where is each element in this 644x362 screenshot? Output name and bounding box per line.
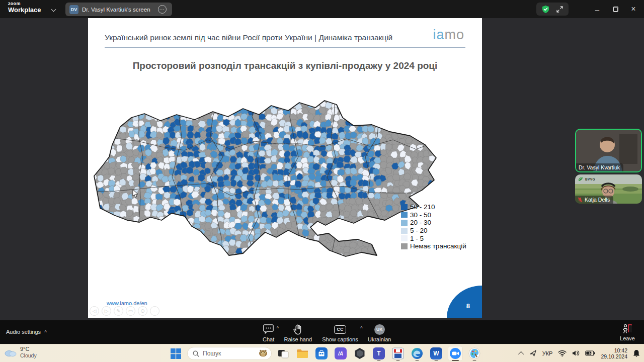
security-shield-icon[interactable] <box>541 5 550 14</box>
teams-button[interactable]: T <box>371 346 386 361</box>
mouse-cursor <box>132 189 139 199</box>
more-options-button[interactable]: ··· <box>150 306 159 316</box>
legend-item: Немає трансакцій <box>401 242 466 250</box>
notification-bell-icon[interactable] <box>633 349 640 357</box>
start-button[interactable] <box>168 346 183 361</box>
brand-zoom: zoom <box>8 2 41 6</box>
tab-more-icon[interactable]: ··· <box>158 5 167 14</box>
language-indicator[interactable]: УКР <box>542 350 553 356</box>
word-icon: W <box>430 347 442 359</box>
leave-meeting-button[interactable]: Leave <box>620 324 635 341</box>
toolbar-center: Chat ^ Raise hand CC Show captions ^ UK … <box>258 322 396 344</box>
pen-tool-button[interactable]: ✎ <box>114 306 123 316</box>
legend-swatch <box>401 212 408 218</box>
titlebar: zoom Workplace DV Dr. Vasyl Kvartiuk's s… <box>0 0 644 18</box>
tray-time: 10:42 <box>601 347 627 353</box>
taskbar-search-input[interactable]: Пошук <box>187 347 272 360</box>
zoom-app-button[interactable] <box>448 346 463 361</box>
legend-swatch <box>401 235 408 241</box>
weather-temp: 9°C <box>20 346 37 352</box>
iamo-logo: iamo <box>433 28 464 42</box>
legend-item: 30 - 50 <box>401 211 466 219</box>
participant-video-katja[interactable]: BVVG Katja Dells <box>575 174 642 204</box>
running-indicator <box>435 360 438 361</box>
page-number: 8 <box>466 302 470 310</box>
hexagon-app-icon <box>354 347 366 359</box>
participant-name-tag: Katja Dells <box>575 196 613 204</box>
windows-start-icon <box>171 348 181 359</box>
search-placeholder: Пошук <box>203 350 255 357</box>
tray-chevron-up-icon[interactable] <box>518 351 524 356</box>
active-running-indicator <box>452 360 459 361</box>
prev-slide-button[interactable]: ◁ <box>90 306 99 316</box>
close-button[interactable]: × <box>625 0 642 18</box>
show-captions-button[interactable]: CC Show captions <box>317 322 363 344</box>
floppy-disk-app-button[interactable] <box>390 346 406 361</box>
language-badge-icon: UK <box>374 324 385 335</box>
slide-header-title: Український ринок землі під час війни Ро… <box>105 33 392 42</box>
zoom-meeting-window: zoom Workplace DV Dr. Vasyl Kvartiuk's s… <box>0 0 644 362</box>
slide-sorter-button[interactable]: ▭ <box>126 306 135 316</box>
taskbar-center: Пошук <box>168 346 482 361</box>
file-explorer-button[interactable] <box>295 346 310 361</box>
security-pill <box>536 3 569 16</box>
edge-button[interactable] <box>410 346 425 361</box>
paint-button[interactable] <box>467 346 482 361</box>
participant-video-vasyl[interactable]: Dr. Vasyl Kvartiuk <box>575 129 642 172</box>
slide-title: Просторовий розподіл трансакцій з купівл… <box>88 60 482 71</box>
participant-name: Katja Dells <box>585 197 610 203</box>
legend-item: 20 - 30 <box>401 219 466 227</box>
edge-icon <box>411 347 423 359</box>
running-indicator <box>473 360 476 361</box>
legend-item: 1 - 5 <box>401 234 466 242</box>
zoom-tool-button[interactable]: ⊙ <box>138 306 147 316</box>
captions-icon: CC <box>334 325 346 334</box>
audio-settings-button[interactable]: Audio settings ^ <box>6 329 47 335</box>
legend-item: 50 - 210 <box>401 203 466 211</box>
floppy-disk-app-icon <box>392 347 404 359</box>
restore-button[interactable] <box>607 0 624 18</box>
search-icon <box>193 350 199 357</box>
paint-icon <box>468 347 480 359</box>
bvvg-leaf-icon <box>578 176 584 182</box>
presentation-nav-toolbar: ◁ ▷ ✎ ▭ ⊙ ··· <box>90 306 159 316</box>
adobe-app-icon: /A <box>335 347 347 359</box>
weather-widget[interactable]: 9°C Cloudy <box>4 346 37 358</box>
restore-icon <box>613 7 618 12</box>
map-legend: 50 - 210 30 - 50 20 - 30 5 - 20 1 - 5 Не… <box>401 203 466 250</box>
iamo-website-link[interactable]: www.iamo.de/en <box>107 300 147 306</box>
caption-language-button[interactable]: UK Ukrainian <box>363 322 396 344</box>
header-divider <box>105 47 465 48</box>
microsoft-store-button[interactable] <box>314 346 329 361</box>
cloud-icon <box>4 348 17 357</box>
shared-screen-tab[interactable]: DV Dr. Vasyl Kvartiuk's screen ··· <box>65 3 172 16</box>
leave-icon <box>622 324 633 334</box>
pointer-icon[interactable] <box>529 349 537 357</box>
teams-icon: T <box>373 347 385 359</box>
fullscreen-icon[interactable] <box>556 6 564 13</box>
bvvg-logo: BVVG <box>578 176 595 182</box>
volume-icon[interactable] <box>572 350 580 356</box>
legend-item: 5 - 20 <box>401 227 466 235</box>
microsoft-store-icon <box>315 347 328 359</box>
wifi-icon[interactable] <box>558 350 567 356</box>
participant-name-tag: Dr. Vasyl Kvartiuk <box>576 163 623 171</box>
next-slide-button[interactable]: ▷ <box>102 306 111 316</box>
muted-mic-icon <box>578 197 583 203</box>
hexagon-app-button[interactable] <box>352 346 367 361</box>
tray-clock[interactable]: 10:42 29.10.2024 <box>601 347 627 359</box>
windows-taskbar: 9°C Cloudy Пошук <box>0 344 644 362</box>
battery-icon[interactable] <box>585 350 595 356</box>
chevron-down-icon[interactable] <box>51 7 56 12</box>
chevron-up-icon[interactable]: ^ <box>44 329 47 334</box>
chat-icon <box>263 324 274 334</box>
minimize-button[interactable]: – <box>589 0 606 18</box>
raise-hand-button[interactable]: Raise hand <box>279 322 317 344</box>
adobe-app-button[interactable]: /A <box>333 346 348 361</box>
running-indicator <box>416 360 419 361</box>
shared-screen-tab-label: Dr. Vasyl Kvartiuk's screen <box>82 7 150 13</box>
task-view-button[interactable] <box>276 346 291 361</box>
word-button[interactable]: W <box>429 346 444 361</box>
weather-condition: Cloudy <box>20 352 37 358</box>
avatar: DV <box>69 5 78 14</box>
